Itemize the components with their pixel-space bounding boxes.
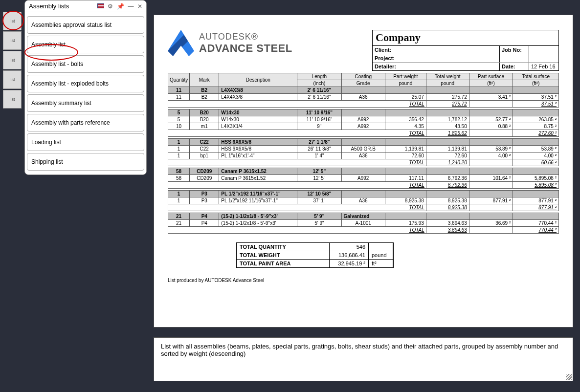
brand-logo-block: AUTODESK® ADVANCE STEEL — [168, 30, 292, 56]
report-preview: AUTODESK® ADVANCE STEEL Company Client: … — [154, 15, 573, 327]
pin-icon[interactable]: 📌 — [117, 3, 124, 10]
total-pa-unit: ft² — [369, 259, 393, 267]
unit-ps: (ft²) — [469, 80, 513, 87]
panel-title: Assembly lists — [29, 2, 95, 10]
col-ps: Part surface — [469, 73, 513, 80]
detailer-label: Detailer: — [373, 63, 500, 70]
table-group-head: 5B20W14x3011' 10 9/16" — [168, 109, 559, 116]
panel-header: Assembly lists ⚙ 📌 — ✕ — [25, 0, 146, 12]
col-ts: Total surface — [513, 73, 559, 80]
flag-icon[interactable] — [97, 3, 104, 8]
col-len: Length — [297, 73, 341, 80]
col-pw: Part weight — [385, 73, 426, 80]
total-wt-value: 136,686.41 — [330, 251, 369, 259]
list-item-1[interactable]: Assembly list — [27, 36, 144, 53]
report-footnote: List produced by AUTODESK Advance Steel — [168, 278, 559, 283]
list-item-6[interactable]: Loading list — [27, 133, 144, 151]
company-title: Company — [373, 30, 558, 45]
list-item-7[interactable]: Shipping list — [27, 153, 144, 171]
total-pa-value: 32,945.19 ² — [330, 259, 369, 267]
total-wt-label: TOTAL WEIGHT — [237, 251, 330, 259]
table-group-head: 11B2L4X4X3/82' 6 11/16" — [168, 87, 559, 94]
table-total-row: TOTAL275.7237.51 ² — [168, 101, 559, 108]
table-group-head: 21P4(15-2) 1-1/2x1/8 - 5'-9"x3'5' 9"Galv… — [168, 213, 559, 220]
total-pa-label: TOTAL PAINT AREA — [237, 259, 330, 267]
table-row: 1P3PL 1/2"x192 11/16"x37'-1"37' 1"A368,9… — [168, 197, 559, 204]
list-item-5[interactable]: Assembly with parts reference — [27, 114, 144, 131]
list-item-2[interactable]: Assembly list - bolts — [27, 55, 144, 73]
brand-line1: AUTODESK® — [199, 32, 292, 42]
sidebar-icon-strip: list list list list list — [3, 12, 23, 109]
unit-ts: (ft²) — [513, 80, 559, 87]
unit-len: (inch) — [297, 80, 341, 87]
total-qty-label: TOTAL QUANTITY — [237, 243, 330, 251]
company-info-box: Company Client: Job No: Project: Detaile… — [372, 30, 559, 71]
table-row: 1C22HSS 6X6X5/826' 11 3/8"A500 GR.B1,139… — [168, 146, 559, 152]
minimize-icon[interactable]: — — [128, 3, 134, 10]
table-total-row: TOTAL6,792.365,895.08 ² — [168, 182, 559, 189]
table-total-row: TOTAL8,925.38877.91 ² — [168, 204, 559, 211]
col-qty: Quantity — [168, 73, 190, 87]
unit-tw: pound — [426, 80, 469, 87]
description-text: List with all assemblies (beams, plates,… — [161, 343, 558, 357]
assembly-lists-panel: Assembly lists ⚙ 📌 — ✕ Assemblies approv… — [24, 0, 147, 175]
sidebar-icon-3[interactable]: list — [3, 51, 22, 69]
unit-coat: Grade — [341, 80, 385, 87]
sidebar-icon-2[interactable]: list — [3, 31, 22, 50]
total-wt-unit: pound — [369, 251, 393, 259]
brand-line2: ADVANCE STEEL — [199, 42, 292, 55]
jobno-value — [529, 46, 558, 54]
table-group-head: 58CD209Canam P 3615x1.5212' 5" — [168, 168, 559, 175]
date-value: 12 Feb 16 — [529, 63, 558, 70]
table-group-head: 1P3PL 1/2"x192 11/16"x37'-1"12' 10 5/8" — [168, 191, 559, 197]
table-row: 5B20W14x3011' 10 9/16"A992356.421,782.12… — [168, 116, 559, 123]
list-item-3[interactable]: Assembly list - exploded bolts — [27, 75, 144, 92]
table-total-row: TOTAL3,694.63770.44 ² — [168, 227, 559, 234]
description-box: List with all assemblies (beams, plates,… — [154, 337, 573, 381]
client-label: Client: — [373, 46, 500, 54]
project-label: Project: — [373, 54, 500, 62]
jobno-label: Job No: — [500, 46, 529, 54]
col-mark: Mark — [190, 73, 219, 87]
list-item-0[interactable]: Assemblies approval status list — [27, 16, 144, 34]
table-row: 58CD209Canam P 3615x1.5212' 5"A992117.11… — [168, 175, 559, 182]
table-group-head: 1C22HSS 6X6X5/827' 1 1/8" — [168, 139, 559, 146]
date-label: Date: — [500, 63, 529, 70]
col-tw: Total weight — [426, 73, 469, 80]
sidebar-icon-1[interactable]: list — [3, 12, 22, 30]
list-item-4[interactable]: Assembly summary list — [27, 94, 144, 112]
close-icon[interactable]: ✕ — [137, 3, 142, 10]
summary-box: TOTAL QUANTITY 546 TOTAL WEIGHT 136,686.… — [236, 242, 394, 268]
unit-pw: pound — [385, 80, 426, 87]
sidebar-icon-5[interactable]: list — [3, 90, 22, 109]
col-desc: Description — [219, 73, 297, 87]
autodesk-logo-icon — [168, 30, 194, 56]
table-total-row: TOTAL1,825.62272.60 ² — [168, 130, 559, 137]
assembly-data-table: Quantity Mark Description Length Coating… — [168, 73, 559, 236]
resize-grip[interactable] — [566, 374, 572, 380]
sidebar-icon-4[interactable]: list — [3, 70, 22, 89]
table-row: 10m1L4X3X1/49"A9924.3543.500.88 ²8.75 ² — [168, 123, 559, 130]
total-qty-value: 546 — [330, 243, 369, 251]
col-coat: Coating — [341, 73, 385, 80]
table-total-row: TOTAL1,240.2060.66 ² — [168, 159, 559, 166]
gear-icon[interactable]: ⚙ — [108, 3, 113, 10]
list-items-container: Assemblies approval status listAssembly … — [25, 12, 146, 174]
table-row: 11B2L4X4X3/82' 6 11/16"A3625.07275.723.4… — [168, 94, 559, 101]
table-row: 21P4(15-2) 1-1/2x1/8 - 5'-9"x3'5' 9"A-10… — [168, 220, 559, 227]
table-row: 1bp1PL 1"x16"x1'-4"1' 4"A3672.6072.604.0… — [168, 152, 559, 159]
